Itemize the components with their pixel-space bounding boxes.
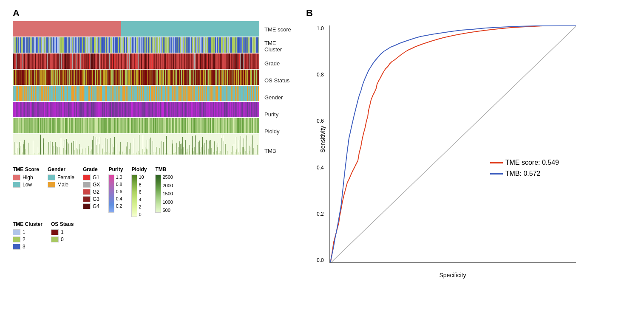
label-tme-cluster: TME Cluster — [263, 38, 293, 54]
legend-grade-g2: G2 — [83, 189, 100, 195]
label-os-1: 1 — [61, 229, 64, 235]
legend-grade-gx: GX — [83, 182, 100, 188]
label-high: High — [23, 175, 33, 180]
panel-b: B Sensitivity 1.0 0.8 0.6 0.4 0.2 0.0 — [298, 0, 644, 335]
grade-row — [13, 53, 259, 69]
tmb-gradient-row: 2500 2000 1500 1000 500 — [155, 175, 173, 213]
heatmap-section: TME score TME Cluster Grade OS Status Ge… — [13, 21, 293, 161]
legend-tmb-title: TMB — [155, 166, 173, 172]
legend-tmb: TMB 2500 2000 1500 1000 500 — [155, 166, 173, 217]
panel-b-label: B — [306, 8, 635, 19]
label-cluster-3: 3 — [23, 244, 26, 250]
panel-a: A — [0, 0, 298, 335]
legend-purity-title: Purity — [108, 166, 123, 172]
label-gender: Gender — [263, 89, 293, 105]
label-grade: Grade — [263, 55, 293, 71]
ploidy-gradient-labels: 10 8 6 4 2 0 — [139, 175, 144, 217]
swatch-gx — [83, 182, 91, 188]
swatch-os-1 — [51, 229, 59, 235]
legend-tme-score: TME Score High Low — [13, 166, 39, 217]
roc-line-tmb — [490, 173, 503, 175]
label-os-0: 0 — [61, 236, 64, 242]
legend-os-status: OS Staus 1 0 — [51, 221, 74, 250]
swatch-female — [48, 175, 55, 180]
swatch-g2 — [83, 189, 91, 195]
tme-cluster-row — [13, 37, 259, 53]
legend-gender-female: Female — [48, 175, 74, 180]
legend-cluster-3: 3 — [13, 244, 43, 250]
legend-grade-g4: G4 — [83, 203, 100, 209]
legend-ploidy-title: Ploidy — [131, 166, 147, 172]
label-male: Male — [57, 182, 68, 188]
legend-grade-title: Grade — [83, 166, 100, 172]
swatch-g3 — [83, 196, 91, 202]
swatch-cluster-2 — [13, 236, 20, 242]
legend-gender-title: Gender — [48, 166, 74, 172]
legend-cluster-2: 2 — [13, 236, 43, 242]
ploidy-row — [13, 118, 259, 133]
roc-chart-wrapper: Sensitivity 1.0 0.8 0.6 0.4 0.2 0.0 — [329, 25, 635, 263]
os-status-row — [13, 70, 259, 85]
heatmap-row-labels: TME score TME Cluster Grade OS Status Ge… — [259, 21, 293, 161]
legend-os-1: 1 — [51, 229, 74, 235]
roc-chart: 1.0 0.8 0.6 0.4 0.2 0.0 1.0 0.8 — [329, 25, 576, 263]
label-g1: G1 — [93, 175, 99, 180]
legend-grade-g3: G3 — [83, 196, 100, 202]
roc-label-tme: TME score: 0.549 — [505, 159, 559, 166]
tmb-row — [13, 134, 259, 155]
swatch-high — [13, 175, 20, 180]
label-cluster-1: 1 — [23, 229, 26, 235]
panel-a-label: A — [13, 8, 293, 19]
swatch-g1 — [83, 175, 91, 180]
ploidy-gradient — [131, 175, 137, 217]
swatch-cluster-3 — [13, 244, 20, 250]
legend-cluster-1: 1 — [13, 229, 43, 235]
legend-grade: Grade G1 GX G2 G3 G4 — [83, 166, 100, 217]
legend-ploidy: Ploidy 10 8 6 4 2 0 — [131, 166, 147, 217]
label-g3: G3 — [93, 196, 99, 202]
label-os-status: OS Status — [263, 72, 293, 88]
second-legend-row: TME Cluster 1 2 3 OS Staus — [13, 221, 293, 250]
legend-os-status-title: OS Staus — [51, 221, 74, 227]
purity-gradient-row: 1.0 0.8 0.6 0.4 0.2 — [108, 175, 123, 213]
gender-row — [13, 86, 259, 101]
legend-gender-male: Male — [48, 182, 74, 188]
swatch-os-0 — [51, 236, 59, 242]
roc-label-tmb: TMB: 0.572 — [505, 170, 541, 177]
legend-tme-cluster: TME Cluster 1 2 3 — [13, 221, 43, 250]
legend-gender: Gender Female Male — [48, 166, 74, 217]
tme-score-row — [13, 21, 259, 37]
roc-legend: TME score: 0.549 TMB: 0.572 — [486, 156, 563, 183]
swatch-male — [48, 182, 55, 188]
label-g4: G4 — [93, 203, 99, 209]
label-low: Low — [23, 182, 32, 188]
y-ticks: 1.0 0.8 0.6 0.4 0.2 0.0 — [317, 25, 324, 263]
legend-section: TME Score High Low Gender Female Male — [13, 166, 293, 250]
legend-tme-score-high: High — [13, 175, 39, 180]
roc-legend-tmb: TMB: 0.572 — [490, 170, 559, 177]
roc-line-tme — [490, 162, 503, 163]
roc-legend-tme: TME score: 0.549 — [490, 159, 559, 166]
label-gx: GX — [93, 182, 100, 188]
legend-tme-score-low: Low — [13, 182, 39, 188]
purity-gradient-labels: 1.0 0.8 0.6 0.4 0.2 — [116, 175, 122, 208]
purity-row — [13, 102, 259, 117]
legend-purity: Purity 1.0 0.8 0.6 0.4 0.2 — [108, 166, 123, 217]
diagonal-line — [330, 25, 576, 263]
label-purity: Purity — [263, 106, 293, 122]
ploidy-gradient-row: 10 8 6 4 2 0 — [131, 175, 147, 217]
label-g2: G2 — [93, 189, 99, 195]
legend-grade-g1: G1 — [83, 175, 100, 180]
heatmap-rows — [13, 21, 259, 155]
label-tmb: TMB — [263, 140, 293, 161]
x-axis-label: Specificity — [329, 272, 576, 279]
legend-tme-score-title: TME Score — [13, 166, 39, 172]
label-tme-score: TME score — [263, 21, 293, 37]
legend-os-0: 0 — [51, 236, 74, 242]
tmb-gradient-labels: 2500 2000 1500 1000 500 — [162, 175, 173, 213]
label-ploidy: Ploidy — [263, 123, 293, 139]
tmb-gradient — [155, 175, 161, 213]
label-cluster-2: 2 — [23, 236, 26, 242]
swatch-g4 — [83, 203, 91, 209]
swatch-cluster-1 — [13, 229, 20, 235]
